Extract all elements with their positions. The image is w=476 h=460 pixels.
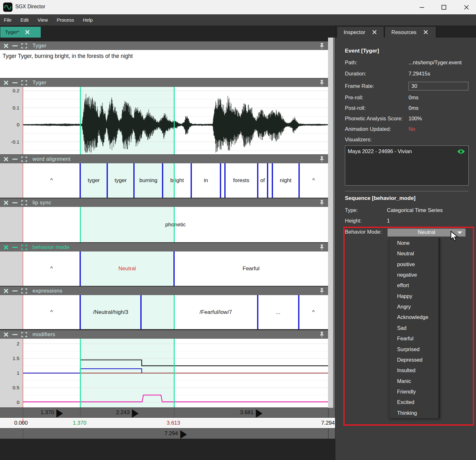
track-content-text[interactable]: Tyger Tyger, burning bright, in the fore… [0, 50, 328, 78]
menu-item-edit[interactable]: Edit [16, 14, 33, 25]
minimize-track-icon[interactable] [12, 200, 18, 205]
expression-cell[interactable] [141, 295, 174, 329]
expand-track-icon[interactable] [21, 80, 27, 85]
tab-resources[interactable]: Resources [385, 27, 436, 38]
pin-icon[interactable] [319, 156, 324, 162]
word-cell[interactable]: in [191, 163, 220, 198]
segment-boundary[interactable] [298, 295, 299, 329]
expression-cell[interactable]: /Neutral/high/3 [80, 295, 141, 329]
playhead-line[interactable] [23, 207, 23, 242]
track-header-behavior-mode[interactable]: behavior mode [0, 243, 328, 251]
expand-track-icon[interactable] [21, 332, 27, 337]
segment-boundary[interactable] [107, 163, 108, 198]
segment-boundary[interactable] [267, 163, 268, 198]
dropdown-item-depressed[interactable]: Depressed [389, 355, 438, 365]
track-header-lip-sync[interactable]: lip sync [0, 198, 328, 207]
behavior-cell[interactable]: Neutral [80, 251, 174, 286]
close-track-icon[interactable] [4, 245, 9, 250]
timeline-segment-row[interactable]: 1.370▶2.243▶3.681▶ [0, 408, 335, 417]
lip-sync-cell[interactable]: phonetic [23, 207, 328, 242]
minimize-track-icon[interactable] [12, 245, 18, 250]
close-track-icon[interactable] [4, 288, 9, 294]
dropdown-item-excited[interactable]: Excited [389, 397, 438, 407]
minimize-track-icon[interactable] [12, 288, 18, 294]
word-cell[interactable]: of [258, 163, 268, 198]
vertical-scrollbar[interactable] [328, 38, 335, 408]
dropdown-item-negative[interactable]: negative [389, 270, 438, 280]
minimize-track-icon[interactable] [12, 80, 18, 85]
track-content-modifiers[interactable]: 21.510.50 [0, 339, 328, 407]
timeline-segment[interactable]: 2.243▶ [80, 408, 174, 417]
visualizers-list[interactable]: Maya 2022 - 24696 - Vivian [345, 145, 469, 186]
track-content-expressions[interactable]: ^/Neutral/high/3/Fearful/low/7...^ [0, 295, 328, 329]
dropdown-item-neutral[interactable]: Neutral [389, 248, 438, 259]
menu-item-file[interactable]: File [0, 14, 16, 25]
track-content-lip-sync[interactable]: phonetic [0, 207, 328, 242]
expand-track-icon[interactable] [21, 200, 27, 205]
menu-item-view[interactable]: View [33, 14, 52, 25]
expand-track-icon[interactable] [21, 43, 27, 48]
segment-boundary[interactable] [162, 163, 163, 198]
expression-cell[interactable]: ^ [23, 295, 80, 329]
track-content-behavior-mode[interactable]: ^NeutralFearful [0, 251, 328, 286]
timeline-segment[interactable]: 7.294▶ [23, 428, 328, 439]
pin-icon[interactable] [319, 288, 324, 294]
dropdown-item-positive[interactable]: positive [389, 259, 438, 270]
dropdown-item-fearful[interactable]: Fearful [389, 333, 438, 344]
word-cell[interactable]: burning [134, 163, 163, 198]
dropdown-item-insulted[interactable]: Insulted [389, 365, 438, 376]
track-header-waveform[interactable]: Tyger [0, 78, 328, 87]
segment-boundary[interactable] [133, 163, 135, 198]
tab-close-icon[interactable] [424, 30, 428, 34]
word-cell[interactable]: tyger [80, 163, 107, 198]
timeline-segment[interactable]: 1.370▶ [23, 408, 80, 417]
pin-icon[interactable] [319, 43, 324, 49]
segment-boundary[interactable] [257, 295, 258, 329]
segment-boundary[interactable] [298, 163, 300, 198]
track-header-modifiers[interactable]: modifiers [0, 330, 328, 339]
dropdown-item-sad[interactable]: Sad [389, 323, 438, 333]
segment-boundary[interactable] [257, 163, 258, 198]
framerate-input[interactable] [409, 82, 468, 90]
segment-boundary[interactable] [140, 295, 142, 329]
visibility-eye-icon[interactable] [457, 149, 465, 156]
minimize-track-icon[interactable] [12, 332, 18, 337]
close-button[interactable] [459, 3, 474, 12]
playhead-line[interactable] [23, 163, 23, 198]
segment-boundary[interactable] [220, 163, 221, 198]
pin-icon[interactable] [319, 331, 324, 338]
behavior-cell[interactable]: Fearful [174, 251, 328, 286]
dropdown-item-friendly[interactable]: Friendly [389, 386, 438, 397]
menu-item-help[interactable]: Help [78, 14, 97, 25]
playhead-line[interactable] [23, 251, 23, 286]
dropdown-item-manic[interactable]: Manic [389, 376, 438, 386]
segment-boundary[interactable] [272, 163, 273, 198]
track-header-text[interactable]: Tyger [0, 41, 328, 50]
dropdown-item-surprised[interactable]: Surprised [389, 344, 438, 355]
dropdown-item-happy[interactable]: Happy [389, 291, 438, 301]
maximize-button[interactable] [437, 3, 451, 12]
minimize-button[interactable] [415, 3, 429, 12]
dropdown-item-acknowledge[interactable]: Acknowledge [389, 312, 438, 322]
word-cell[interactable]: ^ [299, 163, 328, 198]
pin-icon[interactable] [319, 200, 324, 206]
segment-boundary[interactable] [191, 163, 192, 198]
dropdown-item-effort[interactable]: effort [389, 280, 438, 291]
word-cell[interactable]: forests [225, 163, 258, 198]
dropdown-item-none[interactable]: None [389, 238, 438, 248]
close-track-icon[interactable] [4, 157, 9, 162]
minimize-track-icon[interactable] [12, 157, 18, 162]
timeline-total-row[interactable]: 7.294▶ [0, 428, 335, 439]
menu-item-process[interactable]: Process [52, 14, 78, 25]
word-cell[interactable]: ^ [23, 163, 80, 198]
track-content-word-alignment[interactable]: ^tygertygerburningbrightinforestsofnight… [0, 163, 328, 198]
dropdown-scrollbar[interactable] [438, 238, 440, 418]
tab-inspector[interactable]: Inspector [337, 27, 384, 38]
close-track-icon[interactable] [4, 200, 9, 205]
visualizer-item[interactable]: Maya 2022 - 24696 - Vivian [348, 148, 412, 154]
track-header-word-alignment[interactable]: word alignment [0, 155, 328, 163]
expression-cell[interactable]: ^ [299, 295, 328, 329]
behavior-cell[interactable]: ^ [23, 251, 80, 286]
tab-tyger[interactable]: Tyger* [0, 27, 41, 38]
track-content-waveform[interactable]: 0.20.10-0.1 [0, 87, 328, 154]
